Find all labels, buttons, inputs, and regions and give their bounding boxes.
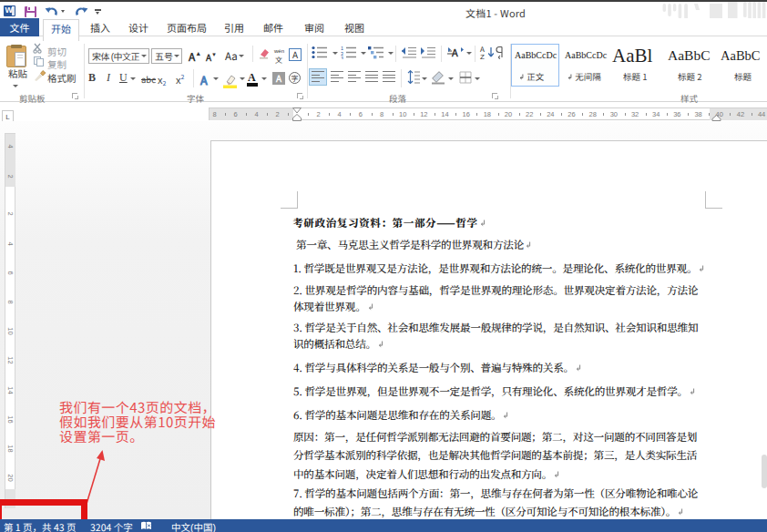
svg-text:3: 3 xyxy=(341,55,343,60)
svg-text:A: A xyxy=(451,46,458,59)
